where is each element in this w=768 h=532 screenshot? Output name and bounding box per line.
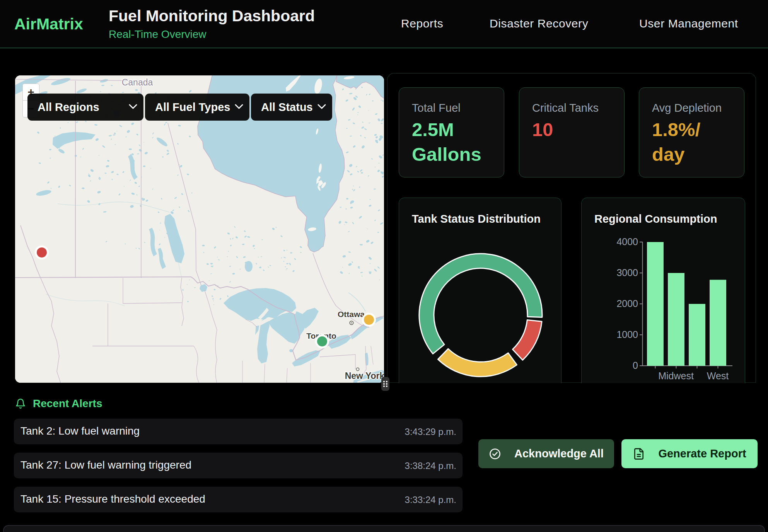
svg-text:3000: 3000	[616, 267, 638, 278]
svg-text:Ottawa: Ottawa	[338, 310, 365, 319]
svg-text:0: 0	[633, 360, 638, 371]
svg-text:1000: 1000	[616, 329, 638, 340]
svg-text:4000: 4000	[616, 236, 638, 247]
svg-text:2000: 2000	[616, 298, 638, 309]
svg-text:Canada: Canada	[122, 77, 153, 87]
svg-text:Midwest: Midwest	[658, 370, 694, 381]
svg-text:New York: New York	[345, 371, 384, 381]
svg-text:West: West	[707, 370, 729, 381]
